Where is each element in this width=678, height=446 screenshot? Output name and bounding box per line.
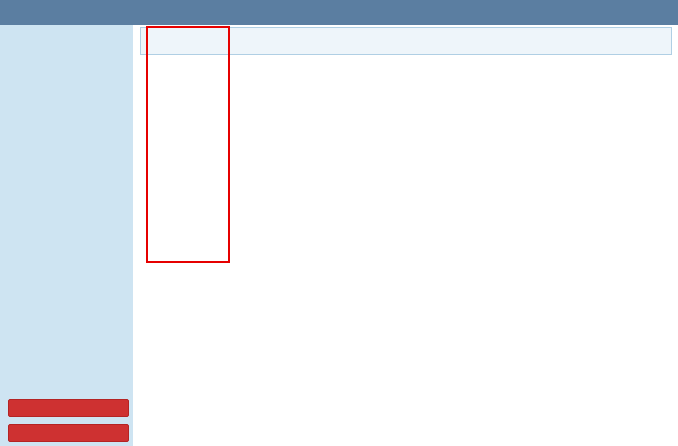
table-header-row xyxy=(140,27,672,55)
app-header xyxy=(0,0,678,25)
write-to-controller-button[interactable] xyxy=(8,424,129,442)
config-table xyxy=(140,25,678,446)
read-from-controller-button[interactable] xyxy=(8,399,129,417)
highlight-rectangle xyxy=(146,26,230,263)
sidebar xyxy=(0,25,133,446)
